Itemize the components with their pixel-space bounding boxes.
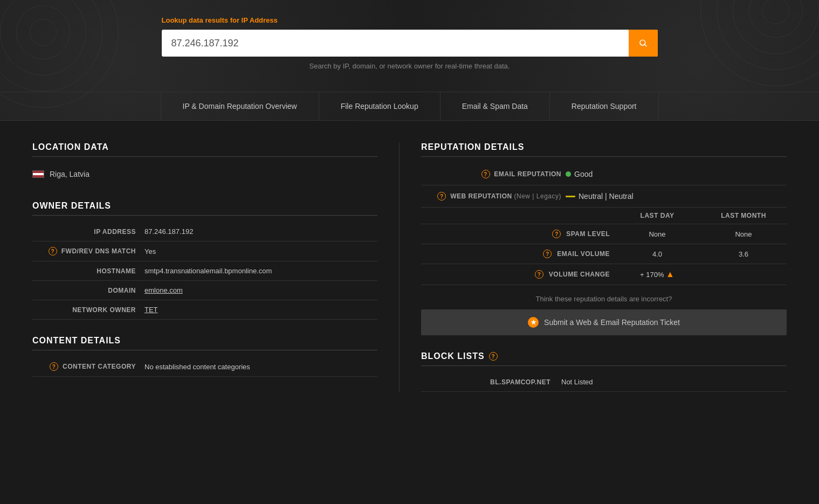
content-section-title: CONTENT DETAILS <box>32 336 377 350</box>
submit-reputation-ticket-button[interactable]: ★ Submit a Web & Email Reputation Ticket <box>421 309 787 335</box>
main-content: LOCATION DATA Riga, Latvia OWNER DETAILS… <box>0 121 819 413</box>
network-owner-link[interactable]: TET <box>144 306 158 314</box>
spam-level-row: ? SPAM LEVEL None None <box>421 224 787 244</box>
email-volume-last-day: 4.0 <box>614 250 700 258</box>
reputation-section-title: REPUTATION DETAILS <box>421 142 787 157</box>
owner-details-table: IP ADDRESS 87.246.187.192 ? FWD/REV DNS … <box>32 222 377 320</box>
nav-item-rep-support[interactable]: Reputation Support <box>550 92 659 120</box>
last-day-header: LAST DAY <box>614 212 700 219</box>
web-rep-value: Neutral | Neutral <box>566 192 634 201</box>
right-panel: REPUTATION DETAILS ? EMAIL REPUTATION Go… <box>399 142 787 392</box>
neutral-status-dash <box>566 196 575 197</box>
ip-address-label: IP ADDRESS <box>32 222 140 241</box>
spam-level-last-month: None <box>700 230 787 238</box>
fwd-rev-label: ? FWD/REV DNS MATCH <box>32 241 140 261</box>
location-section-title: LOCATION DATA <box>32 142 377 157</box>
volume-change-help-icon[interactable]: ? <box>535 270 543 279</box>
location-city: Riga, Latvia <box>50 170 90 178</box>
nav-item-email-spam[interactable]: Email & Spam Data <box>441 92 550 120</box>
email-volume-label-text: EMAIL VOLUME <box>557 250 610 258</box>
content-category-value: No established content categories <box>140 357 377 377</box>
hostname-label: HOSTNAME <box>32 261 140 281</box>
table-row: ? CONTENT CATEGORY No established conten… <box>32 357 377 377</box>
left-panel: LOCATION DATA Riga, Latvia OWNER DETAILS… <box>32 142 399 392</box>
block-list-row: BL.SPAMCOP.NET Not Listed <box>421 372 787 392</box>
hero-section: Lookup data results for IP Address Searc… <box>0 0 819 120</box>
owner-section-title: OWNER DETAILS <box>32 201 377 216</box>
table-row: ? FWD/REV DNS MATCH Yes <box>32 241 377 261</box>
domain-link[interactable]: emlone.com <box>144 286 183 294</box>
spam-level-last-day: None <box>614 230 700 238</box>
email-rep-value: Good <box>566 170 593 178</box>
web-rep-help-icon[interactable]: ? <box>437 192 446 201</box>
block-lists-section: BLOCK LISTS ? BL.SPAMCOP.NET Not Listed <box>421 351 787 392</box>
volume-change-label: ? VOLUME CHANGE <box>421 270 614 279</box>
owner-section: OWNER DETAILS IP ADDRESS 87.246.187.192 … <box>32 201 377 320</box>
volume-change-label-text: VOLUME CHANGE <box>549 271 610 278</box>
spam-level-label: ? SPAM LEVEL <box>421 230 614 238</box>
network-owner-value: TET <box>140 300 377 320</box>
fwd-rev-help-icon[interactable]: ? <box>49 247 57 256</box>
submit-btn-icon: ★ <box>528 317 539 328</box>
ip-address-value: 87.246.187.192 <box>140 222 377 241</box>
content-section: CONTENT DETAILS ? CONTENT CATEGORY No es… <box>32 336 377 377</box>
web-reputation-row: ? WEB REPUTATION (New | Legacy) Neutral … <box>421 185 787 208</box>
table-row: HOSTNAME smtp4.transnationalemail.bpmonl… <box>32 261 377 281</box>
lookup-label: Lookup data results for IP Address <box>162 16 658 24</box>
circles-right-decoration <box>700 0 819 86</box>
nav-item-file-rep[interactable]: File Reputation Lookup <box>319 92 441 120</box>
fwd-rev-value: Yes <box>140 241 377 261</box>
email-volume-label: ? EMAIL VOLUME <box>421 250 614 258</box>
domain-label: DOMAIN <box>32 281 140 300</box>
table-row: IP ADDRESS 87.246.187.192 <box>32 222 377 241</box>
email-volume-row: ? EMAIL VOLUME 4.0 3.6 <box>421 244 787 264</box>
up-arrow-icon: ▲ <box>666 270 675 279</box>
nav-bar: IP & Domain Reputation Overview File Rep… <box>0 92 819 120</box>
block-lists-title-row: BLOCK LISTS ? <box>421 351 787 366</box>
volume-change-last-day: + 170% ▲ <box>614 270 700 279</box>
content-category-help-icon[interactable]: ? <box>50 362 58 371</box>
incorrect-text: Think these reputation details are incor… <box>421 285 787 309</box>
hostname-value: smtp4.transnationalemail.bpmonline.com <box>140 261 377 281</box>
web-rep-text: Neutral | Neutral <box>579 192 634 201</box>
volume-change-row: ? VOLUME CHANGE + 170% ▲ <box>421 264 787 285</box>
spam-level-help-icon[interactable]: ? <box>552 230 561 238</box>
table-row: NETWORK OWNER TET <box>32 300 377 320</box>
stats-header: LAST DAY LAST MONTH <box>421 208 787 224</box>
spam-level-label-text: SPAM LEVEL <box>566 230 610 238</box>
web-rep-label: ? WEB REPUTATION (New | Legacy) <box>421 192 561 201</box>
last-month-header: LAST MONTH <box>700 212 787 219</box>
content-details-table: ? CONTENT CATEGORY No established conten… <box>32 357 377 377</box>
email-reputation-row: ? EMAIL REPUTATION Good <box>421 163 787 185</box>
latvia-flag <box>32 170 44 178</box>
table-row: DOMAIN emlone.com <box>32 281 377 300</box>
network-owner-label: NETWORK OWNER <box>32 300 140 320</box>
block-lists-title: BLOCK LISTS <box>421 351 485 361</box>
submit-btn-label: Submit a Web & Email Reputation Ticket <box>544 318 680 327</box>
good-status-dot <box>566 171 571 177</box>
spamcop-name: BL.SPAMCOP.NET <box>421 378 561 386</box>
search-bar <box>162 30 658 57</box>
email-rep-help-icon[interactable]: ? <box>481 170 490 178</box>
block-lists-help-icon[interactable]: ? <box>489 352 498 361</box>
spamcop-value: Not Listed <box>561 378 593 386</box>
content-category-label: ? CONTENT CATEGORY <box>32 357 140 377</box>
email-volume-help-icon[interactable]: ? <box>543 250 552 258</box>
search-input[interactable] <box>162 30 629 57</box>
search-hint: Search by IP, domain, or network owner f… <box>162 62 658 70</box>
search-icon <box>638 38 648 49</box>
email-rep-text: Good <box>574 170 593 178</box>
search-button[interactable] <box>629 30 658 57</box>
email-rep-label: ? EMAIL REPUTATION <box>421 170 561 178</box>
domain-value: emlone.com <box>140 281 377 300</box>
nav-item-ip-domain[interactable]: IP & Domain Reputation Overview <box>161 92 319 120</box>
location-row: Riga, Latvia <box>32 163 377 185</box>
lookup-type: IP Address <box>242 16 278 24</box>
email-volume-last-month: 3.6 <box>700 250 787 258</box>
